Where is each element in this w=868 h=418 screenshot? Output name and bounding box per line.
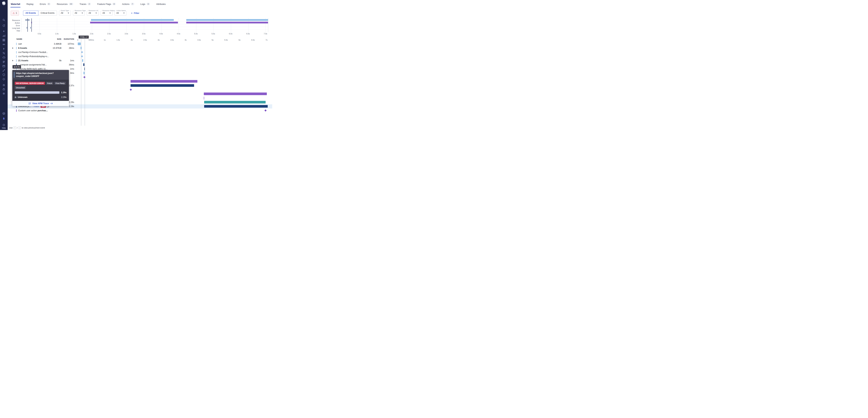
minimap-row-divider	[21, 27, 268, 27]
timeline-bar[interactable]	[130, 80, 197, 83]
settings-icon[interactable]	[1, 92, 6, 95]
help-icon[interactable]: ?	[1, 123, 6, 126]
timeline-bar[interactable]	[204, 101, 266, 103]
expand-chevron-icon[interactable]	[12, 60, 13, 61]
timeline-bar[interactable]	[204, 105, 268, 108]
minimap-bar[interactable]	[29, 19, 29, 21]
minimap-chart[interactable]	[21, 18, 268, 32]
timeline-bar[interactable]	[78, 42, 81, 45]
bug-icon[interactable]	[1, 83, 6, 86]
minimap-bar[interactable]	[26, 19, 26, 21]
ci-pipelines-icon[interactable]	[1, 43, 6, 46]
all-events-button[interactable]: All Events	[23, 10, 38, 15]
rocket-icon[interactable]	[1, 117, 6, 120]
lightning-icon[interactable]	[1, 47, 6, 50]
minimap-bar[interactable]	[90, 22, 178, 24]
logs-icon[interactable]	[1, 60, 6, 63]
event-size: 15.97KiB	[47, 47, 61, 49]
minimap-cursor-line[interactable]	[31, 19, 32, 32]
tab-attributes[interactable]: Attributes	[156, 0, 166, 8]
dashboards-icon[interactable]	[1, 38, 6, 41]
waterfall-tick-label: 2.5s	[144, 39, 147, 41]
minimap-bar[interactable]	[186, 22, 268, 24]
timeline-diamond[interactable]	[130, 89, 132, 91]
timeline-diamond[interactable]	[265, 109, 267, 111]
filter-resource-url[interactable]: Resource UrlAll	[87, 10, 99, 15]
minimap-bar[interactable]	[28, 19, 28, 21]
view-apm-trace-link[interactable]: View APM Trace	[12, 101, 69, 106]
filter-action-name[interactable]: Action NameAll	[115, 10, 126, 15]
waterfall-row[interactable]: css?family=Crimson+Text&di...	[8, 50, 272, 54]
chevron-down-icon	[110, 13, 111, 13]
error-navigator[interactable]: ⚠1	[11, 10, 19, 15]
timeline-tick[interactable]	[204, 97, 204, 99]
apm-icon[interactable]	[1, 69, 6, 72]
sparkles-icon[interactable]	[1, 30, 6, 33]
filter-resource-status[interactable]: Resource StatusAll	[101, 10, 113, 15]
error-count: 1	[16, 12, 17, 14]
tab-errors[interactable]: Errors0	[40, 0, 51, 8]
help-label[interactable]: Help	[2, 127, 6, 129]
event-duration: 34ms	[61, 64, 74, 66]
minimap-tick-label: 6.5s	[246, 33, 250, 35]
rum-icon[interactable]	[1, 65, 6, 67]
event-marker-line[interactable]	[85, 38, 85, 126]
minimap-cursor-line[interactable]	[27, 19, 28, 32]
tab-replay[interactable]: Replay	[26, 0, 33, 8]
timeline-bar[interactable]	[83, 63, 84, 66]
timeline-minimap[interactable]: Resource Action Error Long task Vital 0.…	[8, 18, 268, 35]
waterfall-row[interactable]: cart3.48KiB107ms	[8, 42, 272, 46]
ttfb-marker-badge[interactable]: TTFB, +7	[79, 36, 89, 38]
app-sidebar: ? Help	[0, 0, 8, 130]
waterfall-tick-label: 500ms	[89, 39, 94, 41]
synthetics-icon[interactable]	[1, 77, 6, 81]
minimap-tick-label: 3.5s	[142, 33, 146, 35]
search-icon[interactable]	[1, 19, 6, 21]
tab-resources[interactable]: Resources44	[57, 0, 73, 8]
timeline-bar[interactable]	[204, 93, 267, 95]
event-type-accent	[16, 109, 17, 112]
minimap-bar[interactable]	[26, 19, 27, 21]
waterfall-row[interactable]: Custom user action purchas...	[8, 108, 272, 112]
minimap-bar[interactable]	[30, 27, 31, 29]
tooltip-body: 500 INTERNAL SERVER ERROR Fetch First Pa…	[12, 80, 69, 101]
minimap-row-divider	[21, 29, 268, 30]
expand-chevron-icon[interactable]	[12, 47, 13, 49]
tab-traces[interactable]: Traces2	[80, 0, 91, 8]
event-duration: 28ms	[61, 47, 74, 49]
waterfall-row[interactable]: ...compute-assignments?dd...34ms	[8, 63, 272, 67]
timeline-bar[interactable]	[82, 59, 83, 62]
minimap-bar[interactable]	[186, 19, 268, 21]
event-size: 0b	[47, 59, 61, 62]
tab-badge: 8	[112, 3, 116, 5]
datadog-logo-icon[interactable]	[1, 1, 6, 6]
profiling-icon[interactable]	[1, 52, 6, 55]
critical-events-button[interactable]: Critical Events	[38, 10, 57, 15]
filter-event-type[interactable]: Event TypeAll	[59, 10, 71, 15]
timeline-bar[interactable]	[130, 84, 194, 87]
security-icon[interactable]	[1, 73, 6, 76]
package-icon[interactable]	[1, 112, 6, 115]
waterfall-row[interactable]: css?family=Roboto&display=s...	[8, 54, 272, 59]
tab-feature-flags[interactable]: Feature Flags8	[97, 0, 116, 8]
minimap-bar[interactable]	[27, 27, 27, 29]
tab-badge: 44	[69, 3, 73, 5]
minimap-tick-label: 0.5s	[38, 33, 41, 35]
tab-logs[interactable]: Logs0	[141, 0, 150, 8]
tab-waterfall[interactable]: Waterfall	[11, 0, 20, 8]
timeline-bar[interactable]	[84, 72, 85, 74]
waterfall-row[interactable]: 8 Assets15.97KiB28ms	[8, 46, 272, 50]
serverless-icon[interactable]	[1, 56, 6, 59]
tab-actions[interactable]: Actions7	[122, 0, 134, 8]
filter-resource-type[interactable]: Resource TypeAll	[73, 10, 85, 15]
timeline-diamond[interactable]	[84, 76, 86, 78]
events-view-toggle: All Events Critical Events	[23, 10, 57, 15]
minimap-bar[interactable]	[91, 19, 174, 21]
arrow-right-icon	[50, 102, 53, 104]
add-filter-button[interactable]: +Filter	[131, 12, 140, 14]
metrics-icon[interactable]	[1, 34, 6, 37]
integrations-icon[interactable]	[1, 88, 6, 91]
session-replay-icon[interactable]	[1, 24, 6, 27]
waterfall-row[interactable]: 21 Assets0b1ms	[8, 59, 272, 63]
trace-list-icon	[28, 102, 31, 104]
